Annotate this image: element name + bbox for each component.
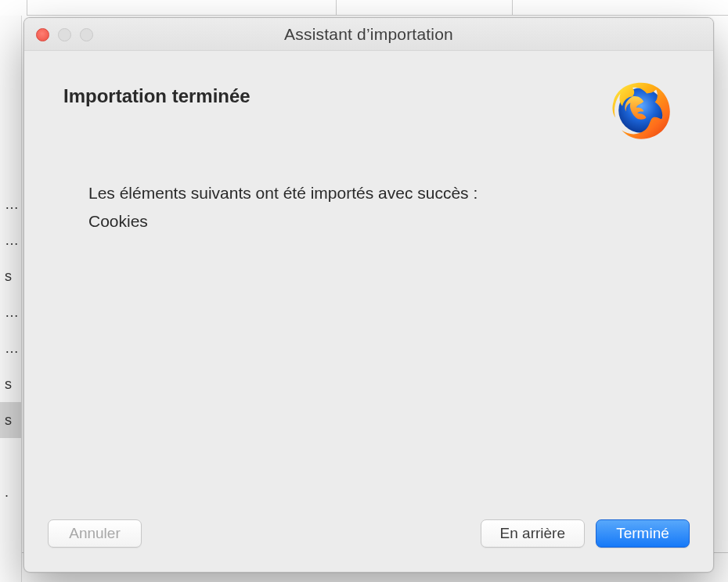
background-table-header: [27, 0, 728, 16]
dialog-message: Les éléments suivants ont été importés a…: [88, 179, 674, 207]
back-button[interactable]: En arrière: [481, 519, 585, 548]
import-assistant-dialog: Assistant d’importation Importation term…: [23, 17, 714, 573]
dialog-body: Les éléments suivants ont été importés a…: [88, 179, 674, 235]
dialog-heading: Importation terminée: [63, 85, 674, 107]
window-zoom-button: [80, 28, 93, 41]
background-sidebar-row: [0, 438, 21, 474]
titlebar: Assistant d’importation: [24, 18, 713, 51]
window-controls: [36, 28, 93, 41]
dialog-content: Importation terminée: [24, 51, 713, 509]
background-sidebar-row: …: [0, 330, 21, 366]
finish-button[interactable]: Terminé: [596, 519, 690, 548]
imported-item: Cookies: [88, 207, 674, 235]
background-sidebar-row: s: [0, 402, 21, 438]
background-sidebar-row: s: [0, 258, 21, 294]
firefox-logo-icon: [610, 79, 672, 142]
background-sidebar: … … s … … s s .: [0, 16, 22, 582]
window-close-button[interactable]: [36, 28, 49, 41]
dialog-footer: Annuler En arrière Terminé: [24, 509, 713, 572]
window-minimize-button: [58, 28, 71, 41]
background-sidebar-row: …: [0, 186, 21, 222]
background-sidebar-row: …: [0, 294, 21, 330]
background-sidebar-row: …: [0, 222, 21, 258]
background-sidebar-row: s: [0, 366, 21, 402]
background-sidebar-row: .: [0, 474, 21, 510]
dialog-title: Assistant d’importation: [284, 25, 453, 44]
cancel-button: Annuler: [48, 519, 142, 548]
